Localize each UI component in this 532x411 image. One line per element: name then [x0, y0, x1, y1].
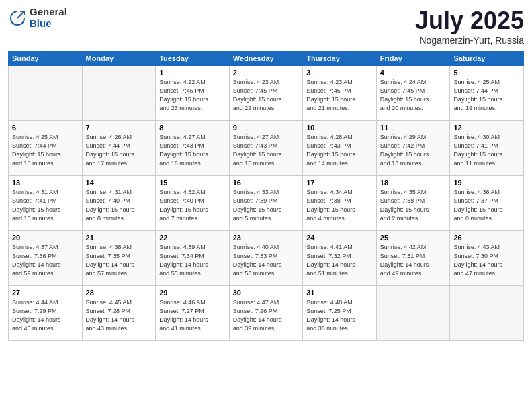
day-number: 17 — [306, 179, 373, 187]
day-info: Sunrise: 4:27 AM Sunset: 7:43 PM Dayligh… — [233, 133, 300, 168]
day-info: Sunrise: 4:38 AM Sunset: 7:35 PM Dayligh… — [86, 243, 152, 278]
calendar-week-row: 13Sunrise: 4:31 AM Sunset: 7:41 PM Dayli… — [9, 176, 524, 231]
logo: General Blue — [8, 7, 67, 29]
table-row — [9, 66, 83, 121]
table-row: 29Sunrise: 4:46 AM Sunset: 7:27 PM Dayli… — [156, 286, 230, 341]
header-tuesday: Tuesday — [156, 52, 230, 66]
header-monday: Monday — [82, 52, 156, 66]
day-number: 13 — [12, 179, 79, 187]
header: General Blue July 2025 Nogamerzin-Yurt, … — [8, 7, 524, 46]
logo-blue: Blue — [30, 18, 67, 30]
day-info: Sunrise: 4:33 AM Sunset: 7:39 PM Dayligh… — [233, 188, 300, 223]
day-number: 5 — [453, 68, 520, 77]
day-info: Sunrise: 4:42 AM Sunset: 7:31 PM Dayligh… — [380, 243, 447, 278]
logo-text: General Blue — [30, 7, 67, 29]
day-number: 27 — [12, 289, 79, 297]
table-row: 22Sunrise: 4:39 AM Sunset: 7:34 PM Dayli… — [156, 231, 230, 286]
calendar-subtitle: Nogamerzin-Yurt, Russia — [415, 35, 524, 46]
day-info: Sunrise: 4:45 AM Sunset: 7:28 PM Dayligh… — [86, 298, 152, 333]
table-row: 4Sunrise: 4:24 AM Sunset: 7:45 PM Daylig… — [376, 66, 450, 121]
day-info: Sunrise: 4:27 AM Sunset: 7:43 PM Dayligh… — [159, 133, 226, 168]
header-friday: Friday — [376, 52, 450, 66]
table-row: 8Sunrise: 4:27 AM Sunset: 7:43 PM Daylig… — [156, 121, 230, 176]
day-number: 31 — [306, 289, 373, 297]
day-number: 18 — [380, 179, 447, 187]
table-row: 18Sunrise: 4:35 AM Sunset: 7:38 PM Dayli… — [376, 176, 450, 231]
day-info: Sunrise: 4:25 AM Sunset: 7:44 PM Dayligh… — [12, 133, 79, 168]
day-info: Sunrise: 4:23 AM Sunset: 7:45 PM Dayligh… — [306, 78, 373, 113]
day-info: Sunrise: 4:29 AM Sunset: 7:42 PM Dayligh… — [380, 133, 447, 168]
day-info: Sunrise: 4:24 AM Sunset: 7:45 PM Dayligh… — [380, 78, 447, 113]
table-row: 3Sunrise: 4:23 AM Sunset: 7:45 PM Daylig… — [303, 66, 377, 121]
day-number: 30 — [233, 289, 300, 297]
day-info: Sunrise: 4:25 AM Sunset: 7:44 PM Dayligh… — [453, 78, 520, 113]
day-info: Sunrise: 4:36 AM Sunset: 7:37 PM Dayligh… — [453, 188, 520, 223]
calendar-week-row: 20Sunrise: 4:37 AM Sunset: 7:36 PM Dayli… — [9, 231, 524, 286]
table-row: 11Sunrise: 4:29 AM Sunset: 7:42 PM Dayli… — [376, 121, 450, 176]
table-row — [82, 66, 156, 121]
day-info: Sunrise: 4:23 AM Sunset: 7:45 PM Dayligh… — [233, 78, 300, 113]
table-row: 5Sunrise: 4:25 AM Sunset: 7:44 PM Daylig… — [450, 66, 524, 121]
day-number: 8 — [159, 124, 226, 132]
table-row: 27Sunrise: 4:44 AM Sunset: 7:29 PM Dayli… — [9, 286, 83, 341]
table-row: 6Sunrise: 4:25 AM Sunset: 7:44 PM Daylig… — [9, 121, 83, 176]
day-info: Sunrise: 4:35 AM Sunset: 7:38 PM Dayligh… — [380, 188, 447, 223]
day-number: 6 — [12, 124, 79, 132]
day-info: Sunrise: 4:41 AM Sunset: 7:32 PM Dayligh… — [306, 243, 373, 278]
table-row: 28Sunrise: 4:45 AM Sunset: 7:28 PM Dayli… — [82, 286, 156, 341]
day-info: Sunrise: 4:31 AM Sunset: 7:40 PM Dayligh… — [86, 188, 152, 223]
calendar-week-row: 1Sunrise: 4:22 AM Sunset: 7:45 PM Daylig… — [9, 66, 524, 121]
table-row: 7Sunrise: 4:26 AM Sunset: 7:44 PM Daylig… — [82, 121, 156, 176]
table-row: 25Sunrise: 4:42 AM Sunset: 7:31 PM Dayli… — [376, 231, 450, 286]
table-row: 12Sunrise: 4:30 AM Sunset: 7:41 PM Dayli… — [450, 121, 524, 176]
table-row: 26Sunrise: 4:43 AM Sunset: 7:30 PM Dayli… — [450, 231, 524, 286]
day-info: Sunrise: 4:28 AM Sunset: 7:43 PM Dayligh… — [306, 133, 373, 168]
day-number: 23 — [233, 234, 300, 242]
table-row: 14Sunrise: 4:31 AM Sunset: 7:40 PM Dayli… — [82, 176, 156, 231]
table-row: 30Sunrise: 4:47 AM Sunset: 7:26 PM Dayli… — [229, 286, 303, 341]
calendar-week-row: 27Sunrise: 4:44 AM Sunset: 7:29 PM Dayli… — [9, 286, 524, 341]
day-info: Sunrise: 4:44 AM Sunset: 7:29 PM Dayligh… — [12, 298, 79, 333]
day-number: 29 — [159, 289, 226, 297]
day-number: 19 — [453, 179, 520, 187]
day-number: 3 — [306, 68, 373, 77]
header-wednesday: Wednesday — [229, 52, 303, 66]
table-row: 24Sunrise: 4:41 AM Sunset: 7:32 PM Dayli… — [303, 231, 377, 286]
day-number: 1 — [159, 68, 226, 77]
day-number: 22 — [159, 234, 226, 242]
day-info: Sunrise: 4:26 AM Sunset: 7:44 PM Dayligh… — [86, 133, 152, 168]
logo-icon — [8, 9, 27, 28]
day-info: Sunrise: 4:32 AM Sunset: 7:40 PM Dayligh… — [159, 188, 226, 223]
table-row: 17Sunrise: 4:34 AM Sunset: 7:38 PM Dayli… — [303, 176, 377, 231]
day-info: Sunrise: 4:47 AM Sunset: 7:26 PM Dayligh… — [233, 298, 300, 333]
day-info: Sunrise: 4:22 AM Sunset: 7:45 PM Dayligh… — [159, 78, 226, 113]
title-block: July 2025 Nogamerzin-Yurt, Russia — [415, 7, 524, 46]
table-row: 1Sunrise: 4:22 AM Sunset: 7:45 PM Daylig… — [156, 66, 230, 121]
day-info: Sunrise: 4:40 AM Sunset: 7:33 PM Dayligh… — [233, 243, 300, 278]
calendar-table: Sunday Monday Tuesday Wednesday Thursday… — [8, 51, 524, 341]
header-saturday: Saturday — [450, 52, 524, 66]
day-info: Sunrise: 4:37 AM Sunset: 7:36 PM Dayligh… — [12, 243, 79, 278]
day-number: 16 — [233, 179, 300, 187]
header-sunday: Sunday — [9, 52, 83, 66]
day-number: 10 — [306, 124, 373, 132]
table-row: 19Sunrise: 4:36 AM Sunset: 7:37 PM Dayli… — [450, 176, 524, 231]
day-number: 24 — [306, 234, 373, 242]
table-row: 23Sunrise: 4:40 AM Sunset: 7:33 PM Dayli… — [229, 231, 303, 286]
day-info: Sunrise: 4:46 AM Sunset: 7:27 PM Dayligh… — [159, 298, 226, 333]
day-info: Sunrise: 4:43 AM Sunset: 7:30 PM Dayligh… — [453, 243, 520, 278]
day-number: 15 — [159, 179, 226, 187]
table-row: 20Sunrise: 4:37 AM Sunset: 7:36 PM Dayli… — [9, 231, 83, 286]
day-number: 4 — [380, 68, 447, 77]
table-row: 15Sunrise: 4:32 AM Sunset: 7:40 PM Dayli… — [156, 176, 230, 231]
day-info: Sunrise: 4:39 AM Sunset: 7:34 PM Dayligh… — [159, 243, 226, 278]
day-info: Sunrise: 4:30 AM Sunset: 7:41 PM Dayligh… — [453, 133, 520, 168]
day-number: 9 — [233, 124, 300, 132]
day-info: Sunrise: 4:48 AM Sunset: 7:25 PM Dayligh… — [306, 298, 373, 333]
table-row — [450, 286, 524, 341]
day-number: 21 — [86, 234, 152, 242]
day-number: 11 — [380, 124, 447, 132]
day-number: 7 — [86, 124, 152, 132]
table-row: 13Sunrise: 4:31 AM Sunset: 7:41 PM Dayli… — [9, 176, 83, 231]
day-info: Sunrise: 4:31 AM Sunset: 7:41 PM Dayligh… — [12, 188, 79, 223]
